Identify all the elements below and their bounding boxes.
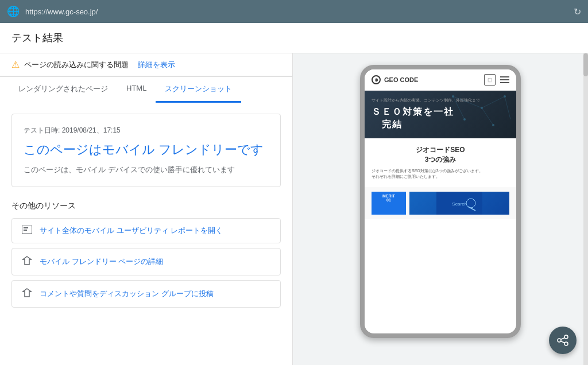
mobile-menu-icon [500,76,509,83]
result-title: このページはモバイル フレンドリーです [24,141,269,159]
right-panel: ⊕ GEO CODE ⬚ [293,53,588,365]
svg-point-10 [504,95,506,98]
mobile-logo: ⊕ GEO CODE [372,75,418,84]
tab-screenshot[interactable]: スクリーンショット [156,77,241,103]
merit-badge: MERIT01 [372,192,406,215]
result-description: このページは、モバイル デバイスでの使い勝手に優れています [24,165,269,175]
refresh-icon[interactable]: ↻ [574,6,581,17]
test-date: テスト日時: 2019/08/21、17:15 [24,126,269,135]
resources-title: その他のリソース [11,201,281,211]
strength-desc: ジオコードの提供するSEO対策には3つの強みがございます。それぞれを詳細にご説明… [372,168,509,180]
svg-point-17 [564,335,568,339]
right-content: ⊕ GEO CODE ⬚ [293,53,588,365]
warning-bar: ⚠ ページの読み込みに関する問題 詳細を表示 [0,53,292,76]
scrollbar-thumb[interactable] [583,53,588,76]
mobile-screen: ⊕ GEO CODE ⬚ [365,69,516,333]
resource-icon-3 [21,288,33,300]
svg-line-4 [482,96,505,108]
svg-point-12 [463,118,466,121]
svg-line-21 [561,341,565,343]
svg-text:Search: Search [452,201,466,207]
svg-rect-2 [24,230,27,231]
page-title: テスト結果 [11,31,577,45]
share-fab[interactable] [549,327,577,354]
svg-line-5 [482,108,493,125]
warning-icon: ⚠ [11,59,20,70]
mobile-site-header: ⊕ GEO CODE ⬚ [365,69,516,91]
merit-image-area: MERIT01 Search [372,192,509,215]
svg-line-20 [561,338,565,340]
resource-item-1[interactable]: サイト全体のモバイル ユーザビリティ レポートを開く [11,218,281,243]
resource-item-3[interactable]: コメントや質問をディスカッション グループに投稿 [11,280,281,308]
mobile-header-icons: ⬚ [484,74,509,86]
svg-rect-1 [24,227,28,228]
svg-line-7 [505,96,510,119]
svg-line-6 [453,96,465,119]
page-title-bar: テスト結果 [0,23,588,53]
merit-image: Search [409,192,509,215]
warning-text: ページの読み込みに関する問題 [24,60,129,70]
resource-icon-1 [21,226,33,236]
main-layout: ⚠ ページの読み込みに関する問題 詳細を表示 レンダリングされたページ HTML… [0,53,588,365]
resource-text-1: サイト全体のモバイル ユーザビリティ レポートを開く [40,226,223,236]
left-content: テスト日時: 2019/08/21、17:15 このページはモバイル フレンドリ… [0,102,292,365]
resource-item-2[interactable]: モバイル フレンドリー ページの詳細 [11,248,281,275]
globe-icon: 🌐 [7,5,20,18]
strength-title: ジオコードSEO3つの強み [372,145,509,165]
resource-text-3: コメントや質問をディスカッション グループに投稿 [40,289,214,299]
resource-icon-2 [21,255,33,268]
svg-point-19 [564,342,568,345]
mobile-logo-text: GEO CODE [384,76,418,83]
mobile-hero-section: サイト設計から内部の実装、コンテンツ制作、外部強化まで ＳＥＯ対策を一社 完結 [365,91,516,138]
share-icon [556,334,569,347]
mobile-logo-icon: ⊕ [372,75,381,84]
mobile-search-icon: ⬚ [484,74,496,86]
svg-point-11 [492,124,494,126]
tab-html[interactable]: HTML [117,77,156,103]
warning-detail-link[interactable]: 詳細を表示 [138,60,175,70]
right-tab-bar: レンダリングされたページ HTML スクリーンショット [0,76,292,102]
svg-point-9 [481,107,483,109]
scrollbar-track[interactable] [583,53,588,365]
tab-rendered-page[interactable]: レンダリングされたページ [9,77,117,103]
left-panel: ⚠ ページの読み込みに関する問題 詳細を表示 レンダリングされたページ HTML… [0,53,293,365]
mobile-merit-section: MERIT01 Search [365,187,516,219]
svg-point-8 [452,95,454,98]
resource-text-2: モバイル フレンドリー ページの詳細 [40,257,163,267]
mobile-strength-section: ジオコードSEO3つの強み ジオコードの提供するSEO対策には3つの強みがござい… [365,138,516,187]
mobile-preview: ⊕ GEO CODE ⬚ [360,65,521,338]
hero-decoration [447,91,516,137]
svg-line-3 [453,96,482,108]
browser-bar: 🌐 https://www.gc-seo.jp/ ↻ [0,0,588,23]
url-bar[interactable]: https://www.gc-seo.jp/ [25,7,568,16]
result-card: テスト日時: 2019/08/21、17:15 このページはモバイル フレンドリ… [11,114,281,187]
svg-point-18 [558,339,561,342]
resources-section: その他のリソース サイト全体のモバイル ユーザビリティ レポートを開く [11,201,281,308]
